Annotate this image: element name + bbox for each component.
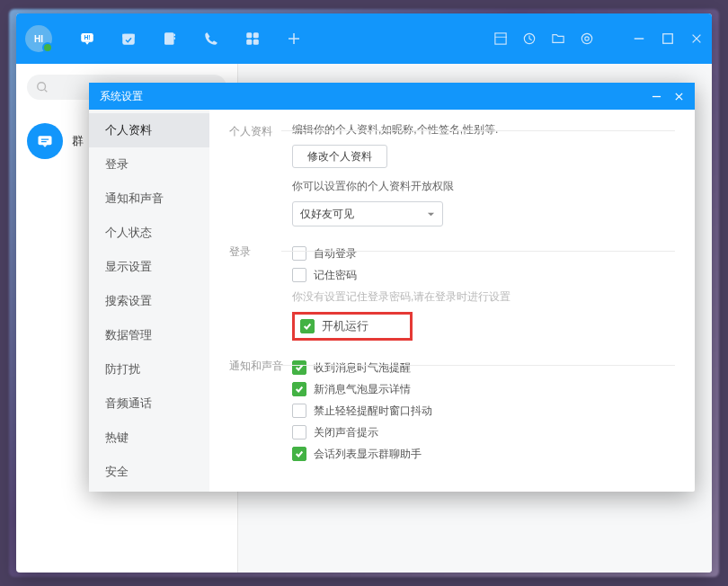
snap-icon[interactable] [494, 32, 507, 45]
nav-data[interactable]: 数据管理 [89, 318, 209, 352]
nav-audio[interactable]: 音频通话 [89, 386, 209, 421]
group-chat-icon [27, 123, 63, 159]
svg-rect-19 [41, 141, 47, 142]
dialog-titlebar: 系统设置 [89, 83, 695, 110]
dialog-title: 系统设置 [100, 89, 143, 104]
svg-rect-5 [174, 34, 176, 36]
checkbox-icon [300, 319, 315, 333]
nav-status[interactable]: 个人状态 [89, 216, 209, 250]
remember-pwd-checkbox[interactable]: 记住密码 [292, 264, 675, 286]
notify-checkbox[interactable]: 收到消息时气泡提醒 [292, 357, 675, 378]
plus-icon[interactable] [286, 31, 302, 47]
svg-point-13 [582, 33, 591, 43]
phone-icon[interactable] [203, 31, 219, 47]
svg-rect-6 [174, 38, 176, 40]
apps-icon[interactable] [244, 31, 261, 47]
nav-search[interactable]: 搜索设置 [89, 284, 209, 318]
privacy-select[interactable]: 仅好友可见 [292, 201, 443, 226]
nav-profile[interactable]: 个人资料 [89, 113, 209, 147]
section-notify-label: 通知和声音 [229, 357, 292, 465]
svg-rect-8 [253, 32, 259, 38]
chat-icon[interactable]: H! [79, 31, 95, 47]
dialog-minimize-icon[interactable] [652, 92, 661, 102]
svg-point-14 [585, 37, 589, 40]
nav-hotkey[interactable]: 热键 [89, 421, 209, 455]
notify-checkbox[interactable]: 会话列表显示群聊助手 [292, 443, 675, 465]
settings-content: 个人资料 编辑你的个人资料,如昵称,个性签名,性别等. 修改个人资料 你可以设置… [209, 110, 695, 492]
auto-login-label: 自动登录 [314, 246, 357, 262]
checkbox-icon [292, 382, 306, 396]
notify-label: 关闭声音提示 [314, 425, 378, 440]
svg-rect-3 [122, 34, 135, 38]
search-icon [36, 81, 49, 93]
chevron-down-icon [427, 210, 435, 218]
notify-label: 收到消息时气泡提醒 [314, 360, 411, 376]
svg-rect-4 [164, 32, 174, 45]
startup-label: 开机运行 [322, 318, 368, 334]
notify-checkbox[interactable]: 新消息气泡显示详情 [292, 378, 675, 400]
svg-rect-7 [246, 32, 252, 38]
folder-icon[interactable] [552, 32, 564, 45]
edit-profile-button[interactable]: 修改个人资料 [292, 145, 387, 168]
checkbox-icon [292, 268, 306, 282]
calendar-icon[interactable] [120, 31, 137, 47]
notify-label: 新消息气泡显示详情 [314, 382, 411, 397]
titlebar-right [494, 32, 703, 45]
startup-highlight: 开机运行 [292, 312, 413, 341]
svg-rect-17 [39, 136, 52, 145]
svg-rect-15 [663, 34, 673, 44]
nav-icons: H! [79, 31, 302, 47]
dialog-close-icon[interactable] [674, 92, 684, 102]
history-icon[interactable] [523, 32, 536, 45]
notify-checkbox[interactable]: 关闭声音提示 [292, 422, 675, 443]
notify-label: 禁止轻轻提醒时窗口抖动 [314, 404, 432, 419]
close-icon[interactable] [690, 32, 703, 45]
auto-login-checkbox[interactable]: 自动登录 [292, 243, 675, 264]
nav-display[interactable]: 显示设置 [89, 250, 209, 284]
checkbox-icon [292, 360, 306, 375]
nav-login[interactable]: 登录 [89, 147, 209, 182]
nav-security[interactable]: 安全 [89, 455, 209, 489]
privacy-desc: 你可以设置你的个人资料开放权限 [292, 179, 675, 194]
checkbox-icon [292, 404, 306, 418]
avatar[interactable]: HI [25, 25, 52, 52]
section-login-label: 登录 [229, 243, 292, 341]
svg-rect-11 [495, 33, 506, 44]
settings-nav: 个人资料 登录 通知和声音 个人状态 显示设置 搜索设置 数据管理 防打扰 音频… [89, 110, 209, 492]
group-label: 群 [72, 133, 84, 149]
svg-rect-9 [246, 40, 252, 45]
settings-dialog: 系统设置 个人资料 登录 通知和声音 个人状态 显示设置 搜索设置 数据管理 防… [89, 83, 695, 492]
remember-pwd-note: 你没有设置记住登录密码,请在登录时进行设置 [292, 289, 675, 305]
nav-update[interactable]: 自动更新 [89, 489, 209, 492]
svg-rect-18 [41, 139, 49, 140]
checkbox-icon [292, 425, 306, 440]
svg-rect-10 [253, 40, 259, 45]
checkbox-icon [292, 447, 306, 461]
active-tab-indicator [111, 64, 123, 70]
maximize-icon[interactable] [661, 32, 674, 45]
svg-text:H!: H! [84, 34, 90, 40]
minimize-icon[interactable] [633, 32, 645, 45]
nav-notify[interactable]: 通知和声音 [89, 182, 209, 216]
contacts-icon[interactable] [162, 31, 178, 47]
nav-dnd[interactable]: 防打扰 [89, 352, 209, 386]
section-profile-label: 个人资料 [229, 122, 292, 226]
checkbox-icon [292, 246, 306, 261]
svg-point-16 [38, 83, 46, 91]
profile-desc: 编辑你的个人资料,如昵称,个性签名,性别等. [292, 122, 675, 138]
privacy-select-value: 仅好友可见 [300, 207, 354, 222]
notify-checkbox[interactable]: 禁止轻轻提醒时窗口抖动 [292, 400, 675, 422]
gear-icon[interactable] [581, 32, 593, 45]
remember-pwd-label: 记住密码 [314, 268, 357, 283]
notify-label: 会话列表显示群聊助手 [314, 447, 422, 462]
titlebar: HI H! [16, 13, 712, 64]
